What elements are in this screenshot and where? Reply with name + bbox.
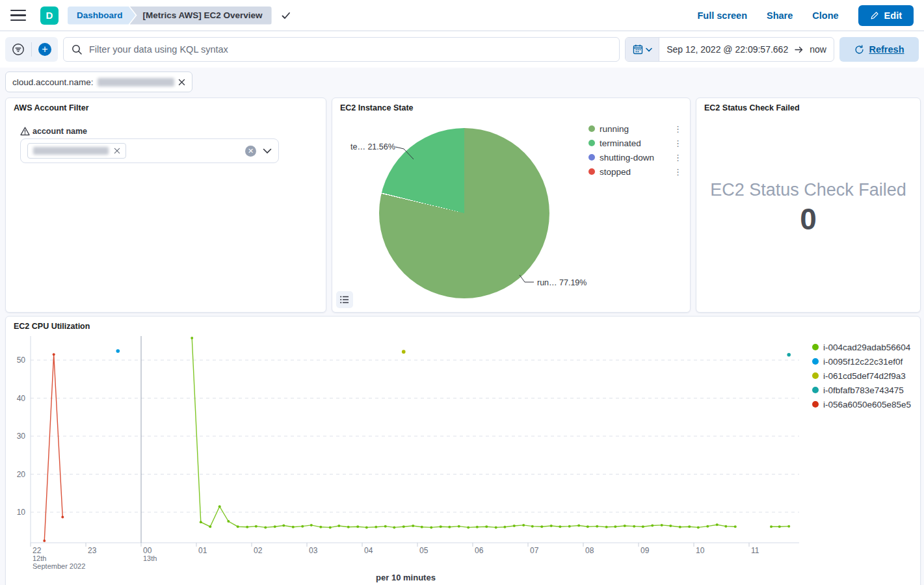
dashboard-app-badge[interactable]: D	[40, 6, 59, 25]
legend-item-options-icon[interactable]: ⋮	[672, 125, 683, 133]
arrow-right-icon	[795, 46, 803, 53]
legend-item-label[interactable]: i-0095f12c22c31ef0f	[823, 357, 903, 367]
instance-state-pie-chart[interactable]	[379, 128, 549, 298]
menu-icon[interactable]	[5, 3, 31, 29]
saved-check-icon	[281, 10, 291, 21]
refresh-button[interactable]: Refresh	[839, 37, 919, 62]
warning-icon	[20, 127, 30, 136]
panel-aws-account-filter: AWS Account Filter account name ✕	[5, 98, 326, 313]
plus-icon: +	[38, 43, 51, 56]
legend-item-label[interactable]: running	[600, 124, 629, 134]
svg-text:September 2022: September 2022	[33, 562, 85, 570]
svg-text:20: 20	[17, 470, 26, 479]
legend-item[interactable]: stopped⋮	[588, 164, 683, 179]
date-range-start[interactable]: Sep 12, 2022 @ 22:09:57.662	[667, 44, 788, 55]
pie-label-terminated: te… 21.56%	[350, 142, 395, 151]
svg-text:11: 11	[751, 546, 759, 555]
remove-filter-icon[interactable]	[178, 79, 185, 86]
legend-color-dot	[588, 168, 595, 175]
svg-text:13th: 13th	[143, 554, 157, 562]
legend-toggle-button[interactable]	[336, 291, 353, 308]
refresh-button-label: Refresh	[869, 44, 904, 55]
legend-item-label[interactable]: i-004cad29adab56604	[823, 343, 910, 352]
svg-text:22: 22	[33, 546, 42, 555]
share-button[interactable]: Share	[767, 10, 793, 21]
kql-search-input[interactable]	[89, 44, 611, 55]
legend-item[interactable]: shutting-down⋮	[588, 150, 683, 164]
svg-text:50: 50	[17, 356, 26, 365]
clear-selection-icon[interactable]: ✕	[245, 146, 256, 157]
svg-text:12th: 12th	[33, 554, 46, 562]
filter-pill-redacted-value	[98, 78, 174, 86]
panel-title: AWS Account Filter	[6, 98, 326, 112]
legend-item[interactable]: i-0fbfafb783e743475	[812, 383, 911, 397]
svg-text:10: 10	[696, 546, 705, 555]
svg-text:04: 04	[364, 546, 373, 555]
panel-ec2-cpu-utilization: EC2 CPU Utilization 10203040502212thSept…	[5, 316, 921, 585]
metric-label: EC2 Status Check Failed	[696, 180, 920, 200]
cpu-chart-legend: i-004cad29adab56604i-0095f12c22c31ef0fi-…	[812, 340, 911, 411]
legend-color-dot	[812, 401, 819, 408]
legend-item[interactable]: i-004cad29adab56604	[812, 340, 911, 354]
legend-item-options-icon[interactable]: ⋮	[672, 139, 683, 148]
pie-label-running: run… 77.19%	[537, 278, 587, 287]
pencil-icon	[870, 11, 879, 20]
cpu-utilization-line-chart[interactable]: 10203040502212thSeptember 2022230013th01…	[6, 336, 806, 571]
legend-item-label[interactable]: shutting-down	[600, 153, 654, 162]
filter-pill-cloud-account-name[interactable]: cloud.account.name:	[5, 72, 192, 92]
legend-item-label[interactable]: stopped	[600, 167, 631, 177]
legend-item[interactable]: i-0095f12c22c31ef0f	[812, 354, 911, 369]
legend-item[interactable]: i-061cd5def74d2f9a3	[812, 369, 911, 383]
svg-text:09: 09	[640, 546, 650, 555]
saved-query-menu-button[interactable]	[5, 37, 31, 62]
filter-pill-field: cloud.account.name:	[12, 77, 94, 87]
legend-item[interactable]: running⋮	[588, 122, 683, 136]
legend-color-dot	[812, 358, 819, 365]
refresh-icon	[854, 45, 864, 55]
legend-item-label[interactable]: terminated	[600, 138, 641, 148]
calendar-icon	[633, 44, 643, 55]
panel-title: EC2 Instance State	[332, 98, 690, 112]
full-screen-button[interactable]: Full screen	[697, 10, 747, 21]
svg-text:07: 07	[530, 546, 539, 555]
date-picker: Sep 12, 2022 @ 22:09:57.662 now	[625, 37, 834, 62]
selected-account-tag	[27, 143, 126, 159]
svg-text:00: 00	[143, 546, 152, 555]
panel-title: EC2 Status Check Failed	[696, 98, 920, 112]
legend-color-dot	[812, 372, 819, 379]
remove-tag-icon[interactable]	[114, 148, 120, 154]
query-bar: + Sep 12, 2022 @ 22:09:57.662 now	[0, 31, 924, 68]
svg-text:10: 10	[17, 508, 26, 517]
account-name-combobox[interactable]: ✕	[20, 138, 279, 163]
legend-color-dot	[588, 125, 595, 132]
legend-item[interactable]: i-056a6050e605e85e5	[812, 397, 911, 411]
legend-item-label[interactable]: i-056a6050e605e85e5	[823, 400, 911, 410]
account-redacted-value	[33, 147, 109, 155]
breadcrumb-dashboard[interactable]: Dashboard	[68, 6, 136, 25]
pie-legend: running⋮terminated⋮shutting-down⋮stopped…	[588, 122, 683, 179]
clone-button[interactable]: Clone	[812, 10, 838, 21]
date-quick-select-button[interactable]	[626, 38, 659, 61]
legend-color-dot	[812, 344, 819, 350]
chevron-down-icon[interactable]	[263, 148, 272, 154]
edit-button[interactable]: Edit	[858, 5, 914, 26]
kql-search-box	[63, 37, 620, 62]
dashboard-container: cloud.account.name: AWS Account Filter a…	[0, 68, 924, 585]
legend-item[interactable]: terminated⋮	[588, 136, 683, 150]
add-filter-button[interactable]: +	[32, 37, 58, 62]
panel-ec2-status-check-failed: EC2 Status Check Failed EC2 Status Check…	[696, 98, 921, 313]
filter-in-circle-icon	[11, 42, 25, 57]
svg-text:03: 03	[309, 546, 318, 555]
legend-item-options-icon[interactable]: ⋮	[672, 153, 683, 162]
search-icon	[72, 44, 83, 55]
panel-ec2-instance-state: EC2 Instance State te… 21.56% run… 77.19…	[332, 98, 691, 313]
legend-item-label[interactable]: i-061cd5def74d2f9a3	[823, 371, 906, 381]
list-icon	[340, 296, 349, 304]
legend-item-options-icon[interactable]: ⋮	[672, 168, 683, 176]
svg-text:05: 05	[419, 546, 429, 555]
svg-text:30: 30	[17, 432, 26, 441]
date-range-end[interactable]: now	[810, 44, 826, 55]
legend-color-dot	[588, 140, 595, 146]
svg-text:06: 06	[475, 546, 484, 555]
legend-item-label[interactable]: i-0fbfafb783e743475	[823, 385, 904, 395]
